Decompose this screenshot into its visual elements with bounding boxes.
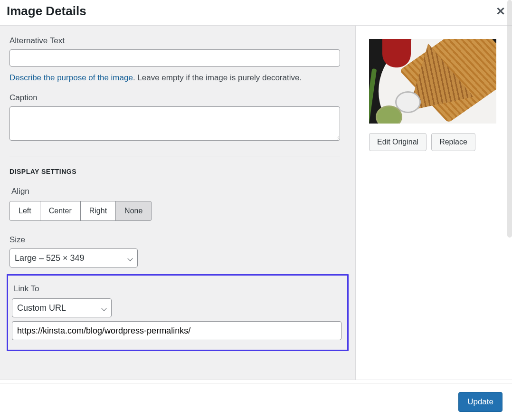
update-button[interactable]: Update xyxy=(458,392,503,412)
scrollbar[interactable] xyxy=(507,0,512,238)
edit-original-button[interactable]: Edit Original xyxy=(369,133,427,151)
describe-image-link[interactable]: Describe the purpose of the image xyxy=(9,73,133,82)
link-to-label: Link To xyxy=(14,284,343,294)
align-button-group: Left Center Right None xyxy=(9,201,152,221)
align-right-button[interactable]: Right xyxy=(80,201,116,221)
link-to-select[interactable]: Custom URL xyxy=(12,298,112,317)
link-url-input[interactable] xyxy=(12,321,341,340)
size-label: Size xyxy=(9,235,346,245)
replace-button[interactable]: Replace xyxy=(431,133,475,151)
alt-text-input[interactable] xyxy=(9,49,340,67)
link-to-highlight: Link To Custom URL xyxy=(7,274,349,351)
align-label: Align xyxy=(11,187,346,196)
dialog-title: Image Details xyxy=(7,4,86,19)
align-center-button[interactable]: Center xyxy=(40,201,81,221)
align-left-button[interactable]: Left xyxy=(9,201,40,221)
image-preview xyxy=(369,39,496,124)
close-icon[interactable]: ✕ xyxy=(496,6,505,17)
caption-input[interactable] xyxy=(9,106,340,141)
divider xyxy=(9,156,340,156)
size-select[interactable]: Large – 525 × 349 xyxy=(9,248,138,267)
display-settings-heading: DISPLAY SETTINGS xyxy=(9,168,346,175)
alt-text-label: Alternative Text xyxy=(9,36,346,46)
align-none-button[interactable]: None xyxy=(115,201,152,221)
caption-label: Caption xyxy=(9,93,346,103)
help-text: . Leave empty if the image is purely dec… xyxy=(133,73,302,82)
